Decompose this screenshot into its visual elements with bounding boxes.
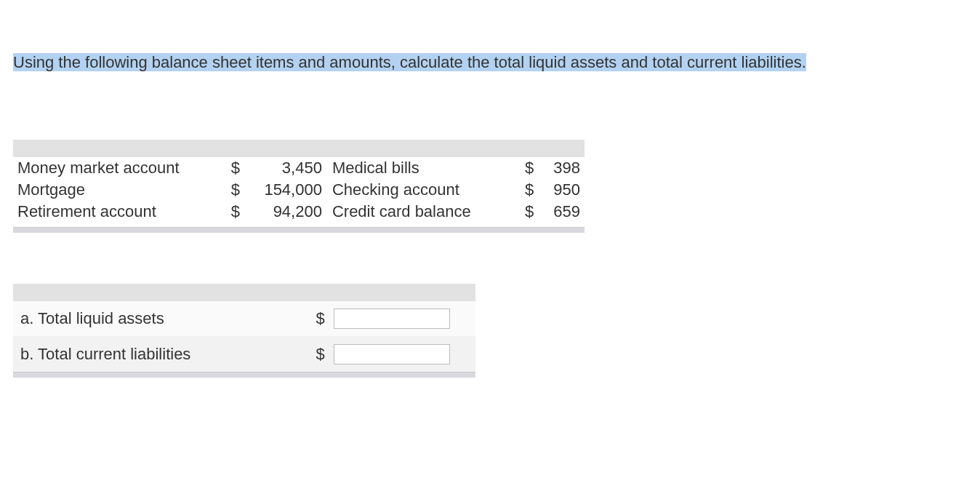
balance-items-table: Money market account $ 3,450 Medical bil… [13,157,585,223]
item-label: Retirement account [13,201,231,223]
data-header-strip [13,140,585,157]
answer-row: b. Total current liabilities $ [13,336,475,372]
item-value: 398 [541,157,585,179]
item-label: Checking account [328,179,521,201]
item-label: Medical bills [328,157,521,179]
item-value: 94,200 [249,201,328,223]
question-text: Using the following balance sheet items … [13,53,806,71]
table-row: Money market account $ 3,450 Medical bil… [13,157,585,179]
currency-symbol: $ [521,201,541,223]
data-footer-strip [13,227,585,233]
answer-row: a. Total liquid assets $ [13,301,475,337]
item-value: 154,000 [249,179,328,201]
answer-header-strip [13,284,475,301]
data-table-block: Money market account $ 3,450 Medical bil… [13,140,585,233]
currency-symbol: $ [231,157,249,179]
table-row: Retirement account $ 94,200 Credit card … [13,201,585,223]
currency-symbol: $ [521,179,541,201]
answer-footer-strip [13,372,475,378]
total-liquid-assets-input[interactable] [334,308,450,329]
item-value: 950 [541,179,585,201]
page-container: Using the following balance sheet items … [0,0,980,407]
currency-symbol: $ [231,179,249,201]
answer-field-cell [328,336,475,372]
answer-label: a. Total liquid assets [13,301,308,337]
item-label: Mortgage [13,179,231,201]
item-value: 3,450 [249,157,328,179]
answer-table: a. Total liquid assets $ b. Total curren… [13,301,475,372]
item-value: 659 [541,201,585,223]
answer-table-block: a. Total liquid assets $ b. Total curren… [13,284,475,378]
currency-symbol: $ [308,336,327,372]
item-label: Money market account [13,157,231,179]
total-current-liabilities-input[interactable] [334,344,450,364]
question-block: Using the following balance sheet items … [13,51,967,74]
answer-field-cell [328,301,475,337]
currency-symbol: $ [308,301,327,337]
answer-label: b. Total current liabilities [13,336,308,372]
currency-symbol: $ [231,201,249,223]
currency-symbol: $ [521,157,541,179]
table-row: Mortgage $ 154,000 Checking account $ 95… [13,179,585,201]
item-label: Credit card balance [328,201,521,223]
